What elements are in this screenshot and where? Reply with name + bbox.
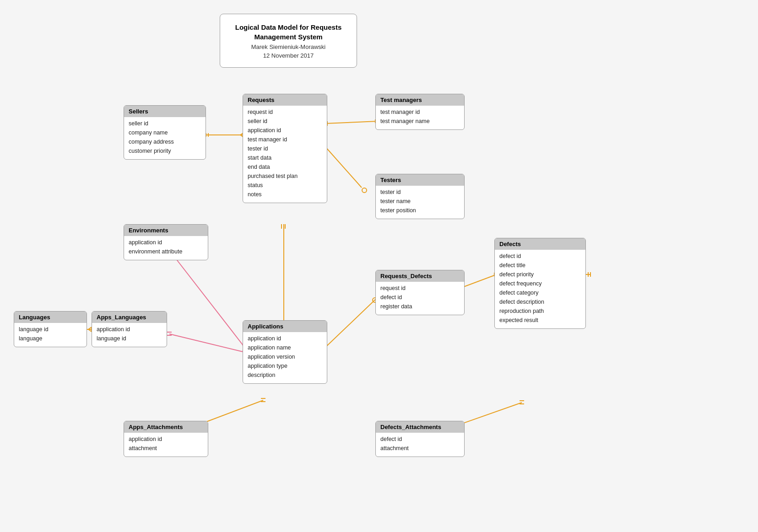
attr-req-tester-id: tester id [248,144,322,153]
entity-environments-header: Environments [124,225,208,236]
svg-line-25 [169,334,245,352]
entity-languages-header: Languages [14,312,87,323]
entity-sellers: Sellers seller id company name company a… [124,105,206,160]
attr-rd-request-id: request id [380,284,460,293]
attr-lang-language-id: language id [19,325,82,334]
attr-tester-name: tester name [380,197,460,206]
entity-applications-header: Applications [243,321,327,332]
attr-defect-title: defect title [499,261,581,270]
entity-apps-attachments-header: Apps_Attachments [124,421,208,433]
attr-defect-expected-result: expected result [499,316,581,325]
attr-defect-reproduction-path: reproduction path [499,306,581,316]
entity-testers: Testers tester id tester name tester pos… [375,174,465,219]
entity-applications: Applications application id application … [243,320,327,384]
attr-tm-id: test manager id [380,107,460,117]
attr-req-end-data: end data [248,162,322,172]
title-author: Marek Siemieniuk-Morawski [234,43,343,50]
attr-da-defect-id: defect id [380,435,460,444]
attr-req-test-manager-id: test manager id [248,135,322,144]
attr-al-language-id: language id [97,334,162,343]
attr-app-description: description [248,371,322,380]
attr-defect-id: defect id [499,252,581,261]
attr-env-environment-attribute: environment attribute [129,247,203,256]
entity-languages: Languages language id language [14,311,87,347]
svg-line-38 [460,274,497,288]
entity-defects-header: Defects [495,238,585,250]
attr-req-status: status [248,181,322,190]
attr-company-address: company address [129,137,201,146]
attr-req-start-data: start data [248,153,322,162]
attr-rd-defect-id: defect id [380,293,460,302]
svg-line-20 [174,256,245,348]
attr-seller-id: seller id [129,119,201,128]
entity-defects-attachments: Defects_Attachments defect id attachment [375,421,465,457]
attr-req-seller-id: seller id [248,117,322,126]
attr-customer-priority: customer priority [129,146,201,156]
attr-app-application-version: application version [248,352,322,361]
attr-req-application-id: application id [248,126,322,135]
entity-requests-defects: Requests_Defects request id defect id re… [375,270,465,315]
title-date: 12 November 2017 [234,52,343,59]
title-line1: Logical Data Model for Requests [234,22,343,32]
attr-app-application-id: application id [248,334,322,343]
svg-line-6 [325,121,378,124]
attr-tester-position: tester position [380,206,460,215]
attr-request-id: request id [248,107,322,117]
attr-da-attachment: attachment [380,444,460,453]
attr-app-application-name: application name [248,343,322,352]
attr-tm-name: test manager name [380,117,460,126]
entity-requests: Requests request id seller id applicatio… [243,94,327,203]
attr-defect-priority: defect priority [499,270,581,279]
attr-rd-register-data: register data [380,302,460,311]
entity-apps-languages: Apps_Languages application id language i… [92,311,167,347]
svg-line-11 [325,146,362,188]
entity-test-managers: Test managers test manager id test manag… [375,94,465,130]
entity-defects: Defects defect id defect title defect pr… [494,238,586,329]
title-box: Logical Data Model for Requests Manageme… [220,14,357,68]
entity-sellers-header: Sellers [124,106,206,117]
attr-al-application-id: application id [97,325,162,334]
entity-test-managers-header: Test managers [376,94,464,106]
attr-env-application-id: application id [129,238,203,247]
svg-line-33 [88,329,92,332]
svg-point-14 [362,188,367,193]
attr-defect-frequency: defect frequency [499,279,581,288]
attr-company-name: company name [129,128,201,137]
attr-tester-id: tester id [380,188,460,197]
entity-requests-defects-header: Requests_Defects [376,270,464,282]
diagram-container: Logical Data Model for Requests Manageme… [0,0,758,532]
entity-defects-attachments-header: Defects_Attachments [376,421,464,433]
entity-environments: Environments application id environment … [124,224,208,260]
entity-apps-languages-header: Apps_Languages [92,312,167,323]
svg-line-34 [325,297,378,348]
entity-requests-header: Requests [243,94,327,106]
title-line2: Management System [234,32,343,42]
entity-testers-header: Testers [376,174,464,186]
attr-app-application-type: application type [248,361,322,371]
entity-apps-attachments: Apps_Attachments application id attachme… [124,421,208,457]
attr-defect-category: defect category [499,288,581,297]
attr-aa-application-id: application id [129,435,203,444]
attr-req-purchased-test-plan: purchased test plan [248,172,322,181]
attr-lang-language: language [19,334,82,343]
attr-req-notes: notes [248,190,322,199]
attr-aa-attachment: attachment [129,444,203,453]
attr-defect-description: defect description [499,297,581,306]
svg-line-32 [88,327,92,329]
